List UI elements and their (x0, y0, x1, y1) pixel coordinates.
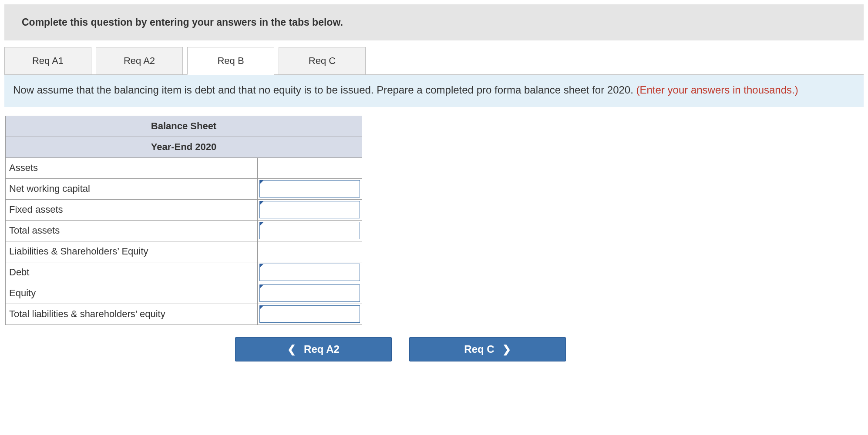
tab-label: Req A1 (32, 55, 64, 67)
debt-input[interactable] (259, 264, 360, 281)
instruction-bar: Complete this question by entering your … (4, 4, 864, 40)
tab-req-c[interactable]: Req C (279, 47, 366, 75)
tab-req-a2[interactable]: Req A2 (96, 47, 183, 75)
row-label: Total liabilities & shareholders’ equity (6, 304, 258, 325)
tab-req-b[interactable]: Req B (187, 47, 274, 75)
tab-label: Req B (217, 55, 244, 67)
tabs: Req A1 Req A2 Req B Req C (0, 40, 868, 74)
question-hint: (Enter your answers in thousands.) (636, 84, 798, 96)
question-text: Now assume that the balancing item is de… (13, 84, 636, 96)
row-label: Net working capital (6, 178, 258, 199)
balance-sheet-title: Balance Sheet (6, 116, 362, 137)
tab-req-a1[interactable]: Req A1 (4, 47, 91, 75)
row-value-empty (258, 157, 362, 178)
total-assets-input[interactable] (259, 222, 360, 239)
fixed-assets-input[interactable] (259, 201, 360, 218)
row-label: Debt (6, 262, 258, 283)
tab-label: Req C (309, 55, 336, 67)
tab-label: Req A2 (124, 55, 155, 67)
prev-button[interactable]: ❮ Req A2 (235, 337, 392, 361)
row-value-empty (258, 241, 362, 262)
row-label: Liabilities & Shareholders’ Equity (6, 241, 258, 262)
nav-buttons: ❮ Req A2 Req C ❯ (235, 337, 868, 361)
balance-sheet-subtitle: Year-End 2020 (6, 137, 362, 157)
row-label: Total assets (6, 220, 258, 241)
row-label: Assets (6, 157, 258, 178)
equity-input[interactable] (259, 284, 360, 302)
chevron-right-icon: ❯ (502, 343, 511, 355)
prev-button-label: Req A2 (304, 343, 340, 355)
chevron-left-icon: ❮ (287, 343, 296, 355)
row-label: Fixed assets (6, 199, 258, 220)
row-label: Equity (6, 283, 258, 304)
balance-sheet-table: Balance Sheet Year-End 2020 Assets Net w… (5, 116, 362, 325)
next-button-label: Req C (464, 343, 494, 355)
nwc-input[interactable] (259, 180, 360, 197)
next-button[interactable]: Req C ❯ (409, 337, 566, 361)
total-liab-equity-input[interactable] (259, 305, 360, 323)
question-panel: Now assume that the balancing item is de… (4, 74, 864, 107)
